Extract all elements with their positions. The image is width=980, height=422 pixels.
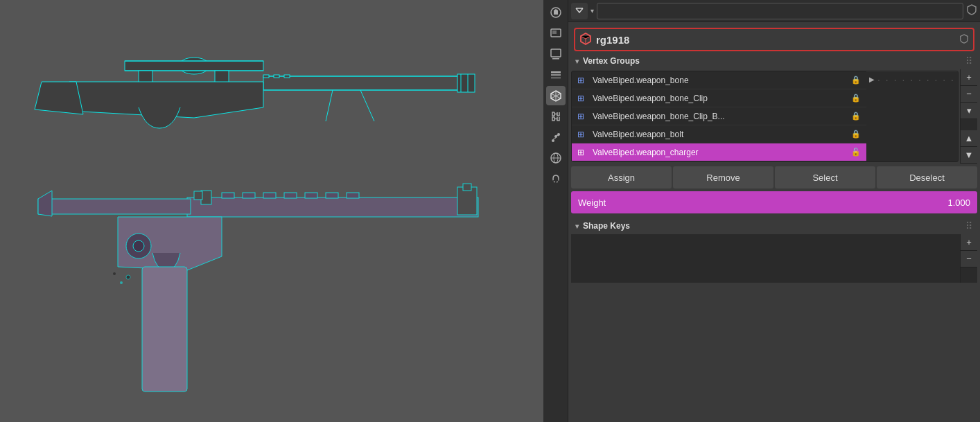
section-dots-icon: ⠿ <box>965 55 973 67</box>
shape-keys-title: Shape Keys <box>583 221 630 231</box>
svg-rect-49 <box>551 74 561 76</box>
vg-item-3[interactable]: ⊞ ValveBiped.weapon_bolt 🔒 <box>572 125 866 143</box>
vg-grid-icon-1: ⊞ <box>577 94 588 103</box>
vg-grid-icon-0: ⊞ <box>577 76 588 85</box>
vg-grid-icon-3: ⊞ <box>577 130 588 139</box>
svg-rect-16 <box>263 75 269 78</box>
select-button[interactable]: Select <box>775 166 875 188</box>
svg-rect-11 <box>215 71 229 83</box>
object-name-input[interactable] <box>596 34 955 46</box>
svg-rect-25 <box>263 193 276 198</box>
svg-point-42 <box>120 281 123 284</box>
chevron-shape-keys-icon: ▾ <box>575 222 579 230</box>
svg-rect-19 <box>457 74 475 92</box>
assign-button[interactable]: Assign <box>571 166 672 188</box>
svg-rect-39 <box>194 191 202 200</box>
svg-rect-48 <box>551 71 561 73</box>
vg-name-4: ValveBiped.weapon_charger <box>593 148 847 157</box>
svg-rect-29 <box>347 193 359 198</box>
vg-up-button[interactable]: ▲ <box>961 130 977 147</box>
svg-rect-46 <box>551 49 561 57</box>
svg-rect-28 <box>326 193 338 198</box>
vg-name-2: ValveBiped.weapon_bone_Clip_B... <box>593 112 847 121</box>
svg-rect-30 <box>457 187 477 215</box>
vg-add-button[interactable]: + <box>961 69 977 86</box>
vg-lock-0: 🔒 <box>851 76 861 85</box>
top-toolbar: ▾ <box>568 0 980 22</box>
svg-point-51 <box>552 139 554 142</box>
menu-icon-btn[interactable] <box>571 3 588 19</box>
icon-bar <box>543 0 568 422</box>
shape-keys-side-buttons: + − <box>960 234 977 283</box>
remove-verts-button[interactable]: Remove <box>673 166 773 188</box>
panel-content: ▾ Vertex Groups ⠿ ⊞ ValveBiped.weapon_bo… <box>568 22 980 422</box>
weight-value: 1.000 <box>947 197 970 208</box>
vg-grid-icon-4: ⊞ <box>577 148 588 157</box>
active-object-row[interactable] <box>574 28 974 51</box>
vg-lock-1: 🔒 <box>851 94 861 103</box>
svg-rect-24 <box>243 193 255 198</box>
svg-rect-26 <box>284 193 297 198</box>
properties-panel: ▾ ▾ Ve <box>568 0 980 422</box>
vertex-groups-title: Vertex Groups <box>583 56 640 66</box>
vg-remove-button[interactable]: − <box>961 86 977 103</box>
vg-sub-row: ▶ · · · · · · · · · · <box>866 71 958 87</box>
vg-item-4[interactable]: ⊞ ValveBiped.weapon_charger 🔓 <box>572 143 866 161</box>
svg-rect-2 <box>125 61 263 71</box>
action-buttons: Assign Remove Select Deselect <box>571 166 977 188</box>
vg-lock-3: 🔒 <box>851 130 861 139</box>
object-shield-icon <box>959 34 969 46</box>
sidebar-item-scene[interactable] <box>546 3 566 22</box>
svg-rect-31 <box>463 184 471 191</box>
vertex-groups-header[interactable]: ▾ Vertex Groups ⠿ <box>571 53 977 69</box>
sidebar: ▾ ▾ Ve <box>543 0 980 422</box>
vg-lock-4: 🔓 <box>851 148 861 157</box>
sidebar-item-viewlayer[interactable] <box>546 65 566 85</box>
vg-item-2[interactable]: ⊞ ValveBiped.weapon_bone_Clip_B... 🔒 <box>572 107 866 125</box>
vg-side-buttons: + − ▾ ▲ ▼ <box>960 69 977 164</box>
vg-play-icon[interactable]: ▶ <box>869 76 875 83</box>
svg-rect-47 <box>552 58 559 60</box>
svg-rect-32 <box>38 199 191 214</box>
svg-rect-18 <box>284 75 290 78</box>
svg-point-41 <box>113 272 116 275</box>
object-type-icon <box>579 33 592 47</box>
vg-chevron-button[interactable]: ▾ <box>961 103 977 119</box>
svg-rect-5 <box>263 76 464 90</box>
sidebar-item-object-data[interactable] <box>546 86 566 105</box>
svg-rect-23 <box>222 193 234 198</box>
shape-keys-body: + − <box>571 234 977 283</box>
vg-grid-icon-2: ⊞ <box>577 112 588 121</box>
shape-keys-header[interactable]: ▾ Shape Keys ⠿ <box>571 218 977 234</box>
search-input[interactable] <box>597 3 963 19</box>
sidebar-item-particles[interactable] <box>546 128 566 147</box>
sidebar-item-output[interactable] <box>546 44 566 64</box>
sidebar-item-render[interactable] <box>546 24 566 43</box>
shape-keys-section: ▾ Shape Keys ⠿ + − <box>571 218 977 283</box>
svg-line-54 <box>553 138 556 139</box>
sidebar-item-physics[interactable] <box>546 148 566 168</box>
deselect-button[interactable]: Deselect <box>877 166 977 188</box>
svg-point-40 <box>126 275 130 279</box>
dropdown-arrow: ▾ <box>590 7 594 15</box>
vg-sub-dots: · · · · · · · · · · <box>877 74 955 85</box>
vg-down-button[interactable]: ▼ <box>961 147 977 164</box>
vg-lock-2: 🔒 <box>851 112 861 121</box>
vg-name-0: ValveBiped.weapon_bone <box>593 76 847 85</box>
shape-keys-dots: ⠿ <box>965 220 973 231</box>
vg-item-1[interactable]: ⊞ ValveBiped.weapon_bone_Clip 🔒 <box>572 89 866 107</box>
chevron-right-icon: ▾ <box>575 58 579 65</box>
sidebar-item-constraints[interactable] <box>546 169 566 188</box>
vg-item-0[interactable]: ⊞ ValveBiped.weapon_bone 🔒 <box>572 71 866 89</box>
weight-field[interactable]: Weight 1.000 <box>571 191 977 213</box>
svg-rect-10 <box>139 71 152 83</box>
weight-label: Weight <box>578 197 606 208</box>
vertex-groups-section: ▾ Vertex Groups ⠿ ⊞ ValveBiped.weapon_bo… <box>571 53 977 213</box>
vertex-groups-list: ⊞ ValveBiped.weapon_bone 🔒 ⊞ ValveBiped.… <box>572 71 866 161</box>
viewport <box>0 0 543 422</box>
shape-keys-add-button[interactable]: + <box>961 234 977 251</box>
sidebar-item-modifier[interactable] <box>546 107 566 126</box>
svg-rect-35 <box>142 267 187 392</box>
shape-keys-remove-button[interactable]: − <box>961 251 977 267</box>
vg-name-3: ValveBiped.weapon_bolt <box>593 130 847 139</box>
